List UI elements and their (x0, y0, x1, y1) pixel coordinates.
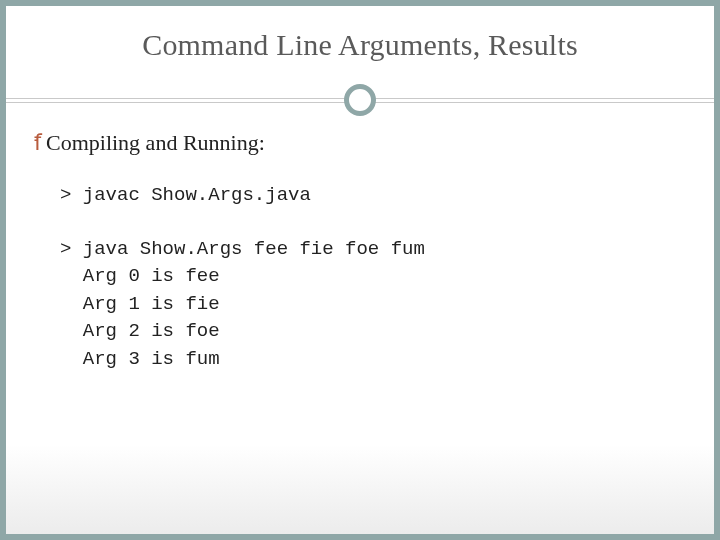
content-area: ẝ Compiling and Running: > javac Show.Ar… (6, 116, 714, 373)
code-line: Arg 3 is fum (60, 348, 220, 370)
bullet-glyph-icon: ẝ (34, 132, 42, 154)
slide-body: Command Line Arguments, Results ẝ Compil… (6, 6, 714, 534)
blank-line (60, 210, 686, 236)
code-line: Arg 1 is fie (60, 293, 220, 315)
code-line: > java Show.Args fee fie foe fum (60, 238, 425, 260)
bullet-text: Compiling and Running: (46, 130, 265, 156)
code-line: Arg 0 is fee (60, 265, 220, 287)
slide-frame: Command Line Arguments, Results ẝ Compil… (0, 0, 720, 540)
bullet-item: ẝ Compiling and Running: (34, 130, 686, 156)
divider (6, 84, 714, 116)
code-line: > javac Show.Args.java (60, 184, 311, 206)
divider-circle-icon (344, 84, 376, 116)
code-block: > javac Show.Args.java > java Show.Args … (34, 182, 686, 373)
code-line: Arg 2 is foe (60, 320, 220, 342)
slide-title: Command Line Arguments, Results (6, 6, 714, 62)
bottom-gradient (6, 444, 714, 534)
